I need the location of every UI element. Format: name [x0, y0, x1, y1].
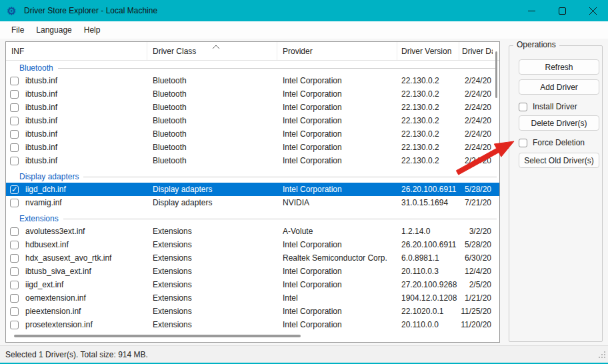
cell-driver-version: 26.20.100.6911 — [397, 240, 459, 249]
cell-driver-class: Display adapters — [147, 198, 277, 207]
cell-provider: Intel Corporation — [277, 185, 397, 194]
cell-driver-class: Bluetooth — [147, 89, 277, 99]
table-row[interactable]: iigd_dch.infDisplay adaptersIntel Corpor… — [6, 183, 499, 196]
column-header-inf[interactable]: INF — [6, 41, 147, 60]
cell-driver-date: 5/28/20 — [459, 240, 493, 249]
horizontal-scrollbar[interactable] — [14, 335, 301, 337]
menu-help[interactable]: Help — [78, 23, 107, 37]
row-checkbox[interactable] — [10, 321, 19, 329]
table-row[interactable]: ibtusb.infBluetoothIntel Corporation22.1… — [6, 101, 499, 114]
column-header-provider[interactable]: Provider — [277, 41, 397, 60]
row-checkbox[interactable] — [10, 77, 19, 85]
cell-provider: Intel Corporation — [277, 240, 397, 249]
table-row[interactable]: ibtusb.infBluetoothIntel Corporation22.1… — [6, 154, 499, 167]
cell-inf: nvamig.inf — [6, 198, 147, 207]
inf-name: hdbusext.inf — [25, 240, 69, 249]
cell-driver-version: 22.130.0.2 — [397, 143, 459, 152]
table-row[interactable]: iigd_ext.infExtensionsIntel Corporation2… — [6, 278, 499, 291]
cell-driver-class: Display adapters — [147, 185, 277, 194]
row-checkbox[interactable] — [10, 307, 19, 316]
inf-name: ibtusb.inf — [25, 129, 57, 139]
inf-name: ibtusb.inf — [25, 103, 57, 112]
close-button[interactable] — [577, 0, 608, 21]
select-old-drivers-button[interactable]: Select Old Driver(s) — [519, 153, 599, 168]
cell-provider: Intel Corporation — [277, 89, 397, 99]
table-row[interactable]: ibtusb_siva_ext.infExtensionsIntel Corpo… — [6, 265, 499, 278]
vertical-scrollbar[interactable] — [495, 51, 497, 98]
cell-inf: hdbusext.inf — [6, 240, 147, 249]
title-bar: ⚙ Driver Store Explorer - Local Machine — [0, 0, 608, 21]
cell-inf: avolutess3ext.inf — [6, 227, 147, 236]
cell-provider: Intel Corporation — [277, 129, 397, 139]
row-checkbox[interactable] — [10, 90, 19, 99]
cell-provider: NVIDIA — [277, 198, 397, 207]
table-row[interactable]: prosetextension.infExtensionsIntel Corpo… — [6, 318, 499, 331]
table-row[interactable]: nvamig.infDisplay adaptersNVIDIA31.0.15.… — [6, 196, 499, 209]
cell-driver-version: 22.130.0.2 — [397, 116, 459, 125]
table-row[interactable]: ibtusb.infBluetoothIntel Corporation22.1… — [6, 87, 499, 101]
cell-driver-date: 12/4/20 — [459, 267, 493, 276]
install-driver-checkbox[interactable]: Install Driver — [519, 102, 577, 111]
app-gear-icon: ⚙ — [7, 5, 18, 17]
row-checkbox[interactable] — [10, 267, 19, 276]
cell-provider: A-Volute — [277, 227, 397, 236]
operations-panel-title: Operations — [513, 40, 559, 49]
row-checkbox[interactable] — [10, 241, 19, 249]
row-checkbox[interactable] — [10, 157, 19, 165]
cell-provider: Intel Corporation — [277, 103, 397, 112]
cell-driver-date: 1/21/20 — [459, 293, 493, 303]
column-header-driver-version[interactable]: Driver Version — [397, 41, 459, 60]
cell-driver-class: Extensions — [147, 307, 277, 316]
cell-provider: Intel — [277, 293, 397, 303]
refresh-button[interactable]: Refresh — [519, 59, 599, 75]
table-row[interactable]: ibtusb.infBluetoothIntel Corporation22.1… — [6, 141, 499, 154]
force-deletion-checkbox-box[interactable] — [519, 139, 527, 147]
row-checkbox[interactable] — [10, 294, 19, 303]
table-row[interactable]: ibtusb.infBluetoothIntel Corporation22.1… — [6, 114, 499, 127]
table-row[interactable]: avolutess3ext.infExtensionsA-Volute1.2.1… — [6, 225, 499, 238]
delete-drivers-button[interactable]: Delete Driver(s) — [519, 115, 599, 131]
inf-name: pieextension.inf — [25, 307, 81, 316]
cell-driver-class: Bluetooth — [147, 76, 277, 85]
minimize-button[interactable] — [516, 0, 547, 21]
force-deletion-checkbox[interactable]: Force Deletion — [519, 138, 585, 147]
table-row[interactable]: hdbusext.infExtensionsIntel Corporation2… — [6, 238, 499, 251]
table-row[interactable]: ibtusb.infBluetoothIntel Corporation22.1… — [6, 127, 499, 141]
add-driver-button[interactable]: Add Driver — [519, 79, 599, 95]
row-checkbox[interactable] — [10, 143, 19, 152]
cell-inf: ibtusb.inf — [6, 103, 147, 112]
table-row[interactable]: oemextension.infExtensionsIntel1904.12.0… — [6, 291, 499, 305]
maximize-button[interactable] — [547, 0, 577, 21]
row-checkbox[interactable] — [10, 199, 19, 207]
install-driver-label: Install Driver — [533, 102, 577, 111]
row-checkbox[interactable] — [10, 254, 19, 263]
cell-driver-version: 27.20.100.9268 — [397, 280, 459, 289]
cell-driver-version: 22.130.0.2 — [397, 76, 459, 85]
table-row[interactable]: ibtusb.infBluetoothIntel Corporation22.1… — [6, 74, 499, 87]
row-checkbox[interactable] — [10, 185, 19, 194]
row-checkbox[interactable] — [10, 227, 19, 236]
row-checkbox[interactable] — [10, 281, 19, 289]
cell-driver-date: 11/25/20 — [459, 307, 493, 316]
row-checkbox[interactable] — [10, 103, 19, 112]
resize-grip[interactable] — [599, 351, 605, 360]
row-checkbox[interactable] — [10, 130, 19, 139]
row-checkbox[interactable] — [10, 117, 19, 125]
cell-driver-class: Bluetooth — [147, 143, 277, 152]
table-row[interactable]: hdx_asusext_avo_rtk.infExtensionsRealtek… — [6, 251, 499, 265]
menu-language[interactable]: Language — [30, 23, 77, 37]
column-header-driver-date[interactable]: Driver Date — [459, 41, 493, 60]
cell-driver-class: Bluetooth — [147, 103, 277, 112]
cell-driver-date: 2/24/20 — [459, 129, 493, 139]
cell-driver-class: Extensions — [147, 240, 277, 249]
app-window: ⚙ Driver Store Explorer - Local Machine … — [0, 0, 608, 364]
group-divider-line — [58, 68, 497, 69]
window-title: Driver Store Explorer - Local Machine — [24, 6, 157, 15]
menu-file[interactable]: File — [5, 23, 30, 37]
table-row[interactable]: pieextension.infExtensionsIntel Corporat… — [6, 305, 499, 318]
cell-driver-version: 20.110.0.3 — [397, 267, 459, 276]
install-driver-checkbox-box[interactable] — [519, 103, 527, 111]
cell-driver-version: 22.130.0.2 — [397, 103, 459, 112]
cell-driver-class: Extensions — [147, 227, 277, 236]
cell-inf: ibtusb.inf — [6, 76, 147, 85]
